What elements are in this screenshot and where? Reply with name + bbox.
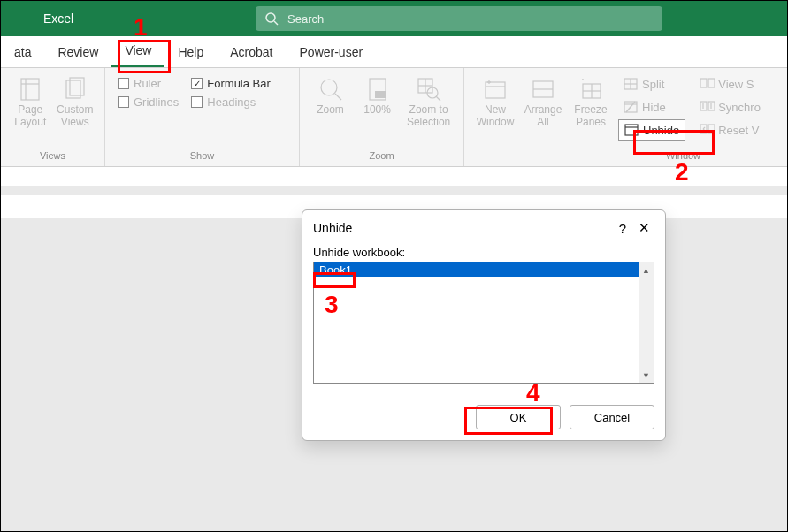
search-box[interactable]: Search xyxy=(256,6,662,31)
ok-button[interactable]: OK xyxy=(476,405,561,429)
ruler-checkbox: Ruler xyxy=(118,77,179,90)
group-zoom-label: Zoom xyxy=(307,150,456,166)
svg-rect-32 xyxy=(625,125,638,135)
arrange-all-button[interactable]: Arrange All xyxy=(519,72,567,128)
reset-window-icon xyxy=(700,124,714,136)
freeze-panes-button[interactable]: * Freeze Panes xyxy=(567,72,615,128)
svg-line-15 xyxy=(436,96,440,101)
formula-bar[interactable] xyxy=(1,167,787,186)
dialog-title: Unhide xyxy=(313,221,612,235)
checkbox-icon xyxy=(118,78,129,89)
reset-window-button[interactable]: Reset V xyxy=(694,119,766,141)
svg-line-31 xyxy=(626,102,635,112)
scroll-up-icon[interactable]: ▲ xyxy=(639,262,654,277)
hide-icon xyxy=(624,101,638,113)
custom-views-button[interactable]: Custom Views xyxy=(53,72,98,128)
new-window-button[interactable]: New Window xyxy=(471,72,519,128)
checkbox-checked-icon: ✓ xyxy=(191,78,203,89)
title-bar: Excel Search xyxy=(1,1,787,36)
ribbon-tabs: ata Review View Help Acrobat Power-user xyxy=(1,36,787,68)
zoom-icon xyxy=(318,77,343,102)
scrollbar[interactable]: ▲ ▼ xyxy=(639,262,654,383)
checkbox-icon xyxy=(118,96,129,108)
svg-point-7 xyxy=(321,80,337,95)
group-views: Page Layout Custom Views Views xyxy=(1,68,105,166)
page-layout-icon xyxy=(18,77,42,102)
arrange-all-icon xyxy=(531,77,555,102)
group-window: New Window Arrange All * Freeze Panes Sp… xyxy=(464,68,787,166)
svg-rect-2 xyxy=(21,79,39,100)
split-button[interactable]: Split xyxy=(618,73,685,95)
svg-point-0 xyxy=(266,13,275,22)
freeze-panes-icon: * xyxy=(578,77,603,102)
formula-bar-checkbox[interactable]: ✓Formula Bar xyxy=(191,77,271,90)
svg-rect-16 xyxy=(486,82,505,98)
help-icon[interactable]: ? xyxy=(612,221,633,236)
group-views-label: Views xyxy=(8,150,97,166)
new-window-icon xyxy=(483,77,508,102)
zoom-selection-button[interactable]: Zoom to Selection xyxy=(401,72,456,128)
scroll-down-icon[interactable]: ▼ xyxy=(639,368,654,383)
custom-views-icon xyxy=(63,77,88,102)
tab-view[interactable]: View xyxy=(111,36,164,67)
dialog-title-bar: Unhide ? ✕ xyxy=(302,210,665,246)
svg-rect-41 xyxy=(708,125,715,133)
gridlines-checkbox: Gridlines xyxy=(118,95,179,109)
tab-acrobat[interactable]: Acrobat xyxy=(217,36,286,67)
hide-button[interactable]: Hide xyxy=(618,96,685,118)
svg-text:*: * xyxy=(581,79,585,86)
zoom-100-button[interactable]: 100% xyxy=(354,72,401,116)
svg-line-8 xyxy=(335,94,341,100)
tab-review[interactable]: Review xyxy=(44,36,111,67)
tab-data[interactable]: ata xyxy=(1,36,44,67)
search-icon xyxy=(264,11,279,26)
unhide-icon xyxy=(624,124,639,136)
zoom-selection-icon xyxy=(417,77,441,102)
svg-rect-34 xyxy=(700,79,707,87)
svg-rect-35 xyxy=(708,79,715,87)
svg-rect-10 xyxy=(375,91,386,98)
list-item[interactable]: Book1 xyxy=(314,262,639,277)
synchronous-scroll-button[interactable]: Synchro xyxy=(694,96,766,118)
tab-power-user[interactable]: Power-user xyxy=(287,36,377,67)
group-window-label: Window xyxy=(471,150,780,166)
page-layout-label: Page Layout xyxy=(14,103,46,128)
document-100-icon xyxy=(365,77,390,102)
custom-views-label: Custom Views xyxy=(57,103,93,128)
sync-scroll-icon xyxy=(700,101,714,113)
workbook-listbox[interactable]: Book1 ▲ ▼ xyxy=(313,262,654,384)
ribbon: Page Layout Custom Views Views Ruler Gri… xyxy=(1,68,787,167)
close-icon[interactable]: ✕ xyxy=(633,220,654,236)
tab-help[interactable]: Help xyxy=(164,36,217,67)
unhide-dialog: Unhide ? ✕ Unhide workbook: Book1 ▲ ▼ OK… xyxy=(302,209,666,441)
cancel-button[interactable]: Cancel xyxy=(570,405,654,429)
search-placeholder: Search xyxy=(287,12,324,26)
group-zoom: Zoom 100% Zoom to Selection Zoom xyxy=(300,68,464,166)
zoom-button[interactable]: Zoom xyxy=(307,72,354,116)
svg-line-1 xyxy=(274,21,278,25)
unhide-button[interactable]: Unhide xyxy=(618,119,685,141)
dialog-label: Unhide workbook: xyxy=(313,246,654,259)
group-show: Ruler Gridlines ✓Formula Bar Headings Sh… xyxy=(105,68,300,166)
split-icon xyxy=(624,78,638,90)
view-side-button[interactable]: View S xyxy=(694,73,766,95)
headings-checkbox: Headings xyxy=(191,95,271,109)
page-layout-button[interactable]: Page Layout xyxy=(8,72,53,128)
side-by-side-icon xyxy=(700,78,714,90)
checkbox-icon xyxy=(191,96,203,108)
group-show-label: Show xyxy=(112,150,292,166)
app-name: Excel xyxy=(43,11,73,26)
